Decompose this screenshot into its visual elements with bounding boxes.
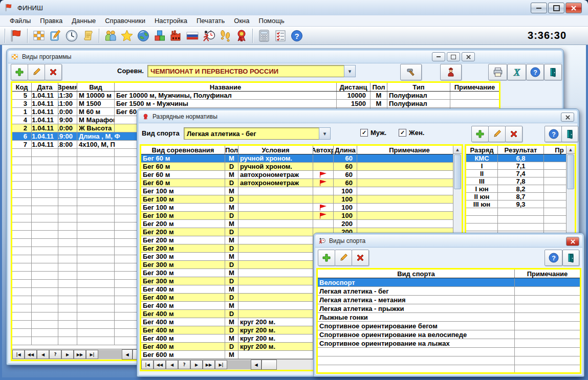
hscrollbar-left-arrow[interactable]: ◀ [251,360,262,370]
sport-combo[interactable]: Легкая атлетика - бег [184,127,323,140]
scrollbar-thumb[interactable] [567,154,574,189]
sport-dropdown-button[interactable]: ▾ [319,127,331,140]
table-row[interactable] [466,223,575,231]
nav-button[interactable]: ▶ [61,350,74,359]
table-row[interactable]: Бег 100 м М 100 [141,187,462,195]
minimize-button[interactable] [531,3,547,13]
calculator-icon[interactable] [256,28,272,43]
cubes-icon[interactable] [151,28,168,43]
participants-icon[interactable] [102,28,119,43]
nav-button[interactable]: ▶| [215,360,227,369]
table-row[interactable]: II юн 8,7 [466,193,575,200]
table-row[interactable]: Бег 100 м D 100 [141,195,462,204]
table-row[interactable]: Легкая атлетика - прыжки [318,304,580,313]
nav-button[interactable]: ? [49,350,61,359]
table-row[interactable] [466,208,575,216]
nav-button[interactable]: ◀ [166,360,178,369]
menu-item[interactable]: Окна [229,16,254,26]
scroll-icon[interactable] [80,28,96,43]
add-button[interactable] [11,64,28,80]
close-button[interactable] [566,237,579,246]
menu-item[interactable]: Правка [35,16,67,26]
table-row[interactable]: I 7,1 [466,162,575,170]
maximize-button[interactable] [548,3,564,13]
table-row[interactable]: I юн 8,2 [466,185,575,193]
judges-tools-button[interactable] [400,64,422,80]
table-row[interactable]: Спортивное ориентирование на лыжах [318,339,580,348]
table-row[interactable]: Велоспорт [318,278,580,287]
delete-button[interactable] [45,64,62,80]
table-row[interactable]: III юн 9,3 [466,200,575,208]
table-row[interactable]: КМС 6,8 [466,154,575,162]
hscrollbar-track[interactable] [227,360,251,369]
exit-button[interactable] [562,250,579,266]
help-button[interactable]: ? [526,64,544,80]
factory-icon[interactable] [168,28,184,43]
scroll-up-arrow[interactable]: ▲ [567,146,575,154]
table-row[interactable]: Спортивное ориентирование бегом [318,322,580,330]
table-row[interactable]: Бег 60 м D ручной хроном. 60 [141,163,462,171]
exit-button[interactable] [561,126,578,142]
table-row[interactable]: Бег 100 м D 100 [141,212,462,220]
table-row[interactable]: Бег 100 м М 100 [141,204,462,212]
male-checkbox[interactable]: ✓Муж. [360,129,386,137]
menu-item[interactable]: Файлы [5,16,35,26]
menu-item[interactable]: Данные [67,16,100,26]
close-button[interactable] [462,52,475,61]
footprints-icon[interactable] [217,28,233,43]
table-row[interactable]: Бег 60 м М ручной хроном. 60 [141,154,462,163]
edit-button[interactable] [28,64,45,80]
exit-button[interactable] [544,64,562,80]
menu-item[interactable]: Печатать [192,16,229,26]
table-row[interactable]: Бег 60 м М автохронометраж 60 [141,171,462,179]
help-button[interactable]: ? [545,126,562,142]
nav-button[interactable]: |◀ [141,360,154,369]
nav-button[interactable]: ◀ [37,350,49,359]
program-grid-icon[interactable] [31,28,47,43]
maximize-button[interactable] [447,52,460,61]
clock-icon[interactable] [63,28,80,43]
table-row[interactable]: 3 1.04.11 11:00 М 1500 Бег 1500 м - Мужч… [12,100,499,108]
female-checkbox[interactable]: ✓Жен. [399,129,424,137]
nav-button[interactable]: ▶| [86,350,98,359]
russia-flag-icon[interactable] [184,28,201,43]
close-button[interactable] [561,113,574,122]
table-row[interactable]: 5 1.04.11 11:30 М 10000 м Бег 10000 м, М… [12,92,499,100]
nav-button[interactable]: ? [178,360,190,369]
globe-icon[interactable] [135,28,151,43]
nav-button[interactable]: ▶▶ [203,360,215,369]
add-button[interactable] [471,126,489,142]
table-row[interactable]: III 7,8 [466,177,575,185]
table-row[interactable]: Бег 60 м D автохронометраж 60 [141,179,462,187]
hscrollbar-track[interactable] [98,350,122,359]
table-row[interactable]: Спортивное ориентирование на велосипеде [318,330,580,339]
table-row[interactable] [318,348,580,356]
print-button[interactable] [488,64,507,80]
menu-item[interactable]: Справочники [100,16,150,26]
menu-item[interactable]: Настройка [150,16,192,26]
scroll-up-arrow[interactable]: ▲ [453,146,462,154]
help-icon[interactable]: ? [289,28,305,43]
edit-button[interactable] [488,126,506,142]
nav-button[interactable]: ◀◀ [154,360,166,369]
scrollbar-thumb[interactable] [454,154,461,189]
referee-button[interactable] [440,64,462,80]
protocol-edit-icon[interactable] [47,28,63,43]
nav-button[interactable]: ▶▶ [74,350,86,359]
add-button[interactable] [318,250,335,266]
competition-combo[interactable]: ЧЕМПИОНАТ И ПЕРВЕНСТВО РОССИИ [147,65,348,77]
competition-dropdown-button[interactable]: ▾ [344,65,356,77]
menu-item[interactable]: Помощь [254,16,289,26]
table-row[interactable]: Легкая атлетика - метания [318,296,580,304]
table-row[interactable]: II 7,4 [466,170,575,177]
delete-button[interactable] [352,250,369,266]
help-button[interactable]: ? [545,250,562,266]
hscrollbar-left-arrow[interactable]: ◀ [122,349,133,360]
runner-stopwatch-icon[interactable] [201,28,217,43]
hscrollbar-thumb[interactable] [262,360,277,370]
finish-flag-icon[interactable] [8,28,25,43]
minimize-button[interactable] [432,52,445,61]
delete-button[interactable] [505,126,522,142]
close-button[interactable] [565,3,582,13]
medal-icon[interactable] [233,28,250,43]
